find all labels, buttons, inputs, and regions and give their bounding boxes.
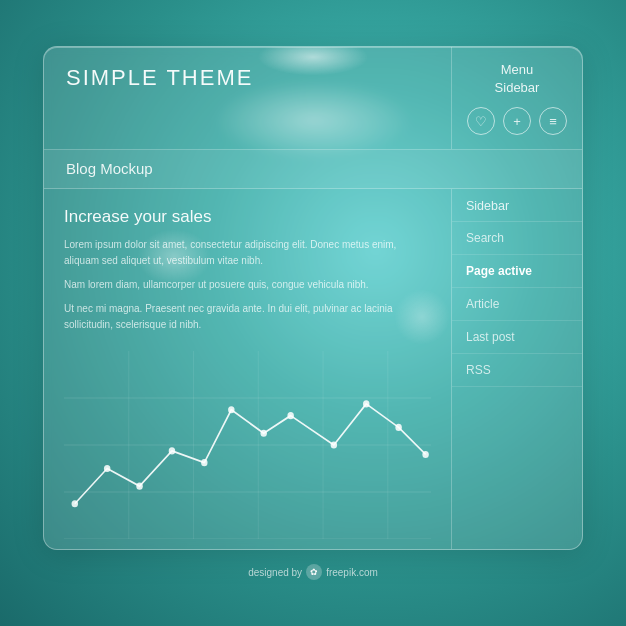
sidebar-nav: Sidebar Search Page active Article Last …	[452, 189, 582, 549]
chart-area	[64, 351, 431, 539]
main-card: SIMPLE THEME Menu Sidebar ♡ + ≡ Blog Moc…	[43, 46, 583, 550]
header-row: SIMPLE THEME Menu Sidebar ♡ + ≡	[44, 47, 582, 150]
nav-item-search[interactable]: Search	[452, 222, 582, 255]
svg-point-13	[201, 459, 207, 466]
svg-point-17	[331, 442, 337, 449]
nav-item-rss[interactable]: RSS	[452, 354, 582, 387]
footer-brand: freepik.com	[326, 567, 378, 578]
svg-point-9	[72, 500, 78, 507]
svg-point-10	[104, 465, 110, 472]
svg-point-20	[422, 451, 428, 458]
content-paragraph-1: Lorem ipsum dolor sit amet, consectetur …	[64, 237, 431, 269]
content-paragraph-2: Nam lorem diam, ullamcorper ut posuere q…	[64, 277, 431, 293]
header-title-area: SIMPLE THEME	[44, 47, 452, 149]
svg-point-18	[363, 401, 369, 408]
menu-label: Menu Sidebar	[495, 61, 540, 97]
site-title: SIMPLE THEME	[66, 65, 429, 91]
freepik-logo: ✿	[306, 564, 322, 580]
heart-icon[interactable]: ♡	[467, 107, 495, 135]
nav-item-article[interactable]: Article	[452, 288, 582, 321]
svg-point-16	[287, 412, 293, 419]
header-icons: ♡ + ≡	[467, 107, 567, 135]
line-chart	[64, 351, 431, 539]
svg-point-14	[228, 406, 234, 413]
content-headline: Increase your sales	[64, 207, 431, 227]
sidebar-section-label: Sidebar	[452, 189, 582, 222]
main-row: Increase your sales Lorem ipsum dolor si…	[44, 189, 582, 549]
plus-icon[interactable]: +	[503, 107, 531, 135]
content-area: Increase your sales Lorem ipsum dolor si…	[44, 189, 452, 549]
menu-icon[interactable]: ≡	[539, 107, 567, 135]
svg-point-12	[169, 448, 175, 455]
blog-row: Blog Mockup	[44, 150, 582, 189]
blog-label: Blog Mockup	[66, 160, 153, 177]
svg-point-11	[136, 483, 142, 490]
svg-point-15	[260, 430, 266, 437]
footer-designed-by: designed by	[248, 567, 302, 578]
header-sidebar-area: Menu Sidebar ♡ + ≡	[452, 47, 582, 149]
nav-item-last-post[interactable]: Last post	[452, 321, 582, 354]
nav-item-page-active[interactable]: Page active	[452, 255, 582, 288]
footer: designed by ✿ freepik.com	[248, 564, 378, 580]
content-paragraph-3: Ut nec mi magna. Praesent nec gravida an…	[64, 301, 431, 333]
svg-point-19	[395, 424, 401, 431]
